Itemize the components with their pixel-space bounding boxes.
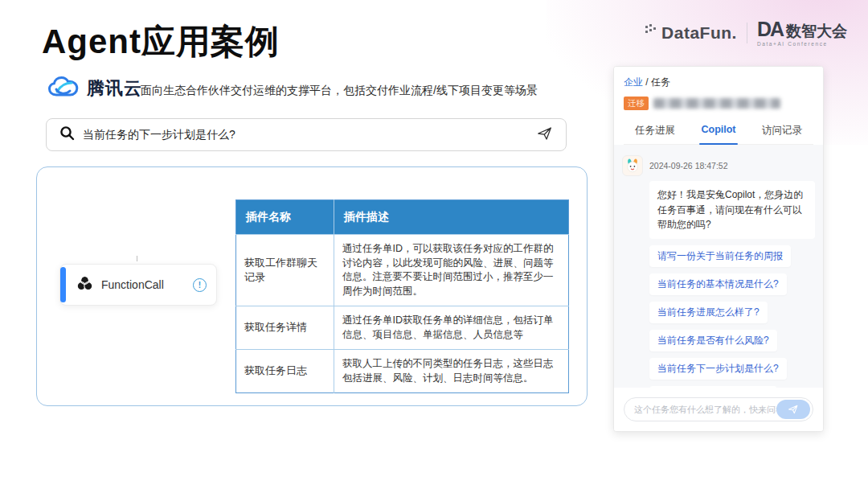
copilot-panel: 企业 / 任务 迁移 任务进展 Copilot 访问记录 [613,66,824,432]
message-timestamp: 2024-09-26 18:47:52 [649,161,728,171]
plugin-table-header-row: 插件名称 插件描述 [236,200,569,235]
datafun-logo: DataFun. [645,23,737,43]
tab-task-progress[interactable]: 任务进展 [632,119,678,144]
message-header: 2024-09-26 18:47:52 [622,155,815,176]
brand-divider [747,23,747,43]
da-conference-subtitle: Data+AI Conference [757,42,828,47]
tencent-cloud-icon [48,76,79,101]
suggestion-chip[interactable]: 当前任务是否有什么风险? [649,330,777,351]
plugin-name: 获取工作群聊天记录 [236,235,334,306]
chat-area: 2024-09-26 18:47:52 您好！我是安兔Copilot，您身边的任… [614,145,823,388]
connector-tick [137,256,137,261]
copilot-panel-header: 企业 / 任务 迁移 任务进展 Copilot 访问记录 [614,67,823,145]
redacted-task-title [653,98,780,109]
functioncall-label: FunctionCall [101,278,193,291]
page-title: Agent应用案例 [42,19,280,64]
node-accent-bar [60,267,66,302]
plugin-desc: 通过任务单ID获取任务单的详细信息，包括订单信息、项目信息、单据信息、人员信息等 [334,306,569,350]
plugin-desc: 通过任务单ID，可以获取该任务对应的工作群的讨论内容，以此发现可能的风险、进展、… [334,235,569,306]
functioncall-icon [76,275,93,295]
status-badge: 迁移 [624,97,649,110]
breadcrumb-task: 任务 [651,76,670,88]
chat-send-button[interactable] [776,400,810,419]
tab-visit-log[interactable]: 访问记录 [759,119,805,144]
da-mark: DA [757,19,783,39]
table-row: 获取任务详情 通过任务单ID获取任务单的详细信息，包括订单信息、项目信息、单据信… [236,306,569,350]
suggestion-chip[interactable]: 请写一份关于当前任务的周报 [649,245,791,267]
datafun-dots-icon [645,23,657,43]
search-input[interactable] [83,129,537,142]
product-row: 腾讯云 [48,76,142,101]
tab-copilot[interactable]: Copilot [698,119,739,144]
breadcrumb-enterprise[interactable]: 企业 [624,76,643,88]
chat-input[interactable] [634,405,776,414]
copilot-avatar [622,155,643,176]
column-header-plugin-name: 插件名称 [236,200,334,235]
table-row: 获取任务日志 获取人工上传的不同类型的任务日志，这些日志包括进展、风险、计划、日… [236,350,569,393]
product-name: 腾讯云 [87,76,142,101]
send-icon[interactable] [537,126,553,144]
da-conference-logo: DA 数智大会 Data+AI Conference [757,19,847,47]
suggestion-list: 请写一份关于当前任务的周报 当前任务的基本情况是什么? 当前任务进展怎么样了? … [649,245,815,388]
plugin-table: 插件名称 插件描述 获取工作群聊天记录 通过任务单ID，可以获取该任务对应的工作… [235,199,569,393]
chat-input-wrap[interactable] [624,397,813,421]
breadcrumb-divider: / [645,76,648,88]
diagram-panel: FunctionCall ! 插件名称 插件描述 获取工作群聊天记录 通过任务单… [36,166,588,406]
search-icon [59,125,75,144]
tab-bar: 任务进展 Copilot 访问记录 [624,119,813,145]
plugin-desc: 获取人工上传的不同类型的任务日志，这些日志包括进展、风险、计划、日志时间等信息。 [334,350,569,393]
datafun-wordmark: DataFun. [661,23,737,43]
suggestion-chip[interactable]: 当前任务进展怎么样了? [649,302,768,323]
plugin-name: 获取任务详情 [236,306,334,350]
task-title-row: 迁移 [624,97,813,110]
breadcrumb: 企业 / 任务 [624,76,813,89]
product-description: 面向生态合作伙伴交付运维的支撑平台，包括交付作业流程/线下项目变更等场景 [141,84,538,98]
suggestion-chip[interactable]: 当前任务的基本情况是什么? [649,273,787,295]
plugin-name: 获取任务日志 [236,350,334,393]
column-header-plugin-desc: 插件描述 [334,200,569,235]
table-row: 获取工作群聊天记录 通过任务单ID，可以获取该任务对应的工作群的讨论内容，以此发… [236,235,569,306]
info-icon[interactable]: ! [193,278,207,292]
search-bar[interactable] [46,118,567,151]
chat-input-bar [614,388,823,431]
brand-bar: DataFun. DA 数智大会 Data+AI Conference [645,19,847,47]
da-conference-name: 数智大会 [786,23,847,39]
suggestion-chip[interactable]: 当前任务下一步计划是什么? [649,358,787,380]
copilot-message-bubble: 您好！我是安兔Copilot，您身边的任务百事通，请问现在有什么可以帮助您的吗? [649,181,815,239]
functioncall-node[interactable]: FunctionCall ! [59,264,217,306]
